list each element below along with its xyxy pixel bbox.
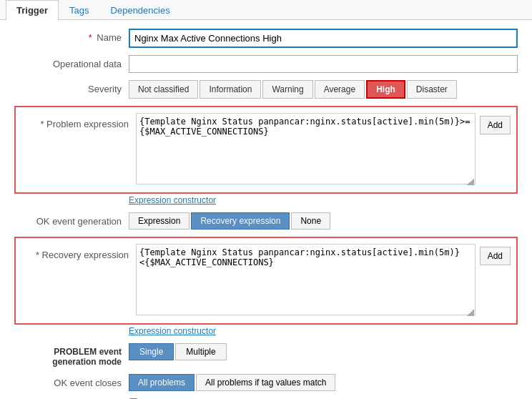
mode-multiple[interactable]: Multiple [175, 343, 226, 360]
ok-event-none[interactable]: None [291, 212, 330, 230]
recovery-add-button[interactable]: Add [480, 247, 511, 265]
ok-closes-all[interactable]: All problems [129, 374, 194, 391]
sev-information[interactable]: Information [200, 80, 261, 99]
problem-expr-textarea[interactable]: {Template Nginx Status panpancar:nginx.s… [136, 113, 476, 184]
required-star3: * [36, 250, 39, 260]
op-data-row: Operational data [14, 55, 518, 73]
problem-expr-content: {Template Nginx Status panpancar:nginx.s… [136, 113, 511, 187]
expr-constructor-1: Expression constructor [14, 194, 518, 205]
mode-single[interactable]: Single [129, 343, 174, 360]
op-data-label: Operational data [14, 55, 129, 69]
ok-event-label: OK event generation [14, 212, 129, 227]
recovery-expr-row: * Recovery expression {Template Nginx St… [14, 237, 518, 325]
expr-constructor-link-2[interactable]: Expression constructor [129, 326, 216, 336]
sev-warning[interactable]: Warning [262, 80, 312, 99]
recovery-expr-textarea[interactable]: {Template Nginx Status panpancar:nginx.s… [136, 244, 476, 315]
tab-trigger[interactable]: Trigger [6, 0, 59, 20]
severity-row: Severity Not classified Information Warn… [14, 80, 518, 99]
name-label: * Name [14, 29, 129, 43]
recovery-expr-label: * Recovery expression [21, 244, 136, 260]
problem-mode-buttons: Single Multiple [129, 343, 518, 360]
sev-not-classified[interactable]: Not classified [129, 80, 198, 99]
sev-high[interactable]: High [366, 80, 405, 99]
ok-event-recovery[interactable]: Recovery expression [191, 212, 290, 230]
ok-closes-label: OK event closes [14, 374, 129, 388]
sev-average[interactable]: Average [315, 80, 365, 99]
ok-event-buttons: Expression Recovery expression None [129, 212, 518, 230]
ok-closes-row: OK event closes All problems All problem… [14, 374, 518, 391]
severity-label: Severity [14, 80, 129, 94]
page-wrapper: Trigger Tags Dependencies * Name Operati… [0, 0, 532, 399]
form-container: * Name Operational data Severity Not [0, 20, 532, 399]
expr-constructor-link-1[interactable]: Expression constructor [129, 195, 216, 205]
problem-add-button[interactable]: Add [480, 116, 511, 134]
tab-tags[interactable]: Tags [59, 0, 99, 20]
ok-closes-buttons: All problems All problems if tag values … [129, 374, 518, 391]
problem-mode-row: PROBLEM event generation mode Single Mul… [14, 343, 518, 367]
sev-disaster[interactable]: Disaster [407, 80, 457, 99]
recovery-expr-content: {Template Nginx Status panpancar:nginx.s… [136, 244, 511, 317]
name-row: * Name [14, 29, 518, 48]
expr-constructor-2: Expression constructor [14, 325, 518, 336]
tab-dependencies[interactable]: Dependencies [100, 0, 181, 20]
ok-event-expression[interactable]: Expression [129, 212, 189, 230]
required-star2: * [40, 119, 44, 129]
resize-handle-2[interactable] [467, 309, 474, 316]
problem-expr-label: * Problem expression [21, 113, 136, 129]
op-data-field-wrapper [129, 55, 518, 73]
tabs-bar: Trigger Tags Dependencies [0, 0, 532, 20]
ok-closes-tag[interactable]: All problems if tag values match [196, 374, 335, 391]
required-star: * [89, 32, 92, 43]
ok-event-row: OK event generation Expression Recovery … [14, 212, 518, 230]
op-data-input[interactable] [129, 55, 518, 73]
problem-expr-row: * Problem expression {Template Nginx Sta… [14, 106, 518, 194]
resize-handle[interactable] [467, 178, 474, 185]
name-field-wrapper [129, 29, 518, 48]
name-input[interactable] [129, 29, 518, 48]
severity-buttons: Not classified Information Warning Avera… [129, 80, 518, 99]
problem-mode-label: PROBLEM event generation mode [14, 343, 129, 367]
